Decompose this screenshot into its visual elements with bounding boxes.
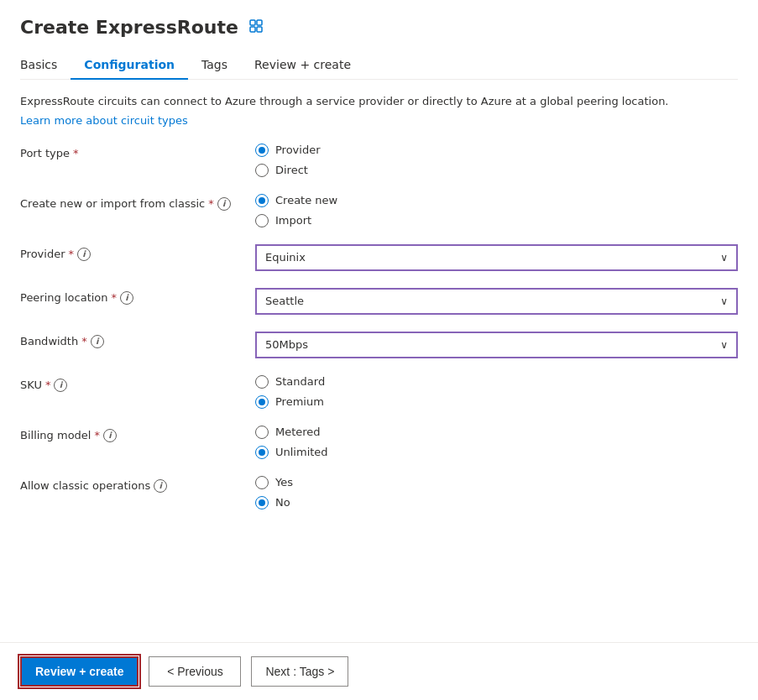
billing-unlimited-radio[interactable] xyxy=(255,446,269,459)
billing-model-control: Metered Unlimited xyxy=(255,426,738,459)
page-title: Create ExpressRoute xyxy=(20,17,238,38)
create-import-control: Create new Import xyxy=(255,194,738,227)
port-type-direct-option[interactable]: Direct xyxy=(255,164,738,177)
sku-required: * xyxy=(45,379,51,391)
export-icon[interactable] xyxy=(248,18,264,37)
info-description: ExpressRoute circuits can connect to Azu… xyxy=(20,93,738,110)
port-type-provider-radio[interactable] xyxy=(255,144,269,157)
peering-location-control: Seattle ∨ xyxy=(255,288,738,315)
allow-classic-yes-option[interactable]: Yes xyxy=(255,476,738,489)
create-import-required: * xyxy=(208,197,214,210)
tab-tags[interactable]: Tags xyxy=(188,51,241,80)
tab-basics[interactable]: Basics xyxy=(20,51,71,80)
bandwidth-required: * xyxy=(81,335,87,347)
sku-radio-group: Standard Premium xyxy=(255,375,738,409)
review-create-button[interactable]: Review + create xyxy=(20,656,139,687)
bandwidth-dropdown-wrapper: 50Mbps ∨ xyxy=(255,332,738,358)
bandwidth-control: 50Mbps ∨ xyxy=(255,332,738,358)
peering-location-dropdown-wrapper: Seattle ∨ xyxy=(255,288,738,315)
create-new-option[interactable]: Create new xyxy=(255,194,738,207)
allow-classic-yes-radio[interactable] xyxy=(255,476,269,489)
peering-location-required: * xyxy=(112,291,118,304)
sku-control: Standard Premium xyxy=(255,375,738,409)
allow-classic-row: Allow classic operations i Yes No xyxy=(20,476,738,509)
billing-metered-radio[interactable] xyxy=(255,426,269,439)
allow-classic-control: Yes No xyxy=(255,476,738,509)
allow-classic-info-icon[interactable]: i xyxy=(154,479,167,493)
sku-premium-radio[interactable] xyxy=(255,395,269,409)
sku-standard-option[interactable]: Standard xyxy=(255,375,738,389)
svg-rect-1 xyxy=(257,20,262,25)
peering-location-info-icon[interactable]: i xyxy=(120,291,133,305)
configuration-form: Port type * Provider Direct xyxy=(20,144,738,509)
peering-location-row: Peering location * i Seattle ∨ xyxy=(20,288,738,315)
billing-unlimited-option[interactable]: Unlimited xyxy=(255,446,738,459)
bandwidth-dropdown[interactable]: 50Mbps ∨ xyxy=(255,332,738,358)
provider-required: * xyxy=(69,248,75,260)
port-type-label: Port type * xyxy=(20,144,255,159)
bandwidth-row: Bandwidth * i 50Mbps ∨ xyxy=(20,332,738,358)
provider-row: Provider * i Equinix ∨ xyxy=(20,244,738,271)
provider-dropdown-wrapper: Equinix ∨ xyxy=(255,244,738,271)
svg-rect-0 xyxy=(250,20,255,25)
sku-standard-radio[interactable] xyxy=(255,375,269,389)
peering-location-chevron-icon: ∨ xyxy=(720,295,728,307)
create-import-row: Create new or import from classic * i Cr… xyxy=(20,194,738,227)
create-import-radio-group: Create new Import xyxy=(255,194,738,227)
next-button[interactable]: Next : Tags > xyxy=(251,656,348,687)
create-new-radio[interactable] xyxy=(255,194,269,207)
provider-dropdown[interactable]: Equinix ∨ xyxy=(255,244,738,271)
sku-info-icon[interactable]: i xyxy=(54,379,67,392)
sku-row: SKU * i Standard Premium xyxy=(20,375,738,409)
peering-location-label: Peering location * i xyxy=(20,288,255,305)
previous-button[interactable]: < Previous xyxy=(149,656,241,687)
port-type-required: * xyxy=(73,147,79,159)
provider-info-icon[interactable]: i xyxy=(77,248,91,261)
tab-configuration[interactable]: Configuration xyxy=(71,51,188,80)
provider-label: Provider * i xyxy=(20,244,255,261)
provider-control: Equinix ∨ xyxy=(255,244,738,271)
bandwidth-info-icon[interactable]: i xyxy=(91,335,104,348)
import-option[interactable]: Import xyxy=(255,214,738,227)
tab-review-create[interactable]: Review + create xyxy=(241,51,364,80)
sku-premium-option[interactable]: Premium xyxy=(255,395,738,409)
port-type-row: Port type * Provider Direct xyxy=(20,144,738,177)
create-import-info-icon[interactable]: i xyxy=(217,197,231,211)
allow-classic-radio-group: Yes No xyxy=(255,476,738,509)
billing-model-radio-group: Metered Unlimited xyxy=(255,426,738,459)
import-radio[interactable] xyxy=(255,214,269,227)
allow-classic-label: Allow classic operations i xyxy=(20,476,255,493)
sku-label: SKU * i xyxy=(20,375,255,392)
provider-chevron-icon: ∨ xyxy=(720,252,728,264)
peering-location-dropdown[interactable]: Seattle ∨ xyxy=(255,288,738,315)
svg-rect-3 xyxy=(257,27,262,32)
svg-rect-2 xyxy=(250,27,255,32)
footer: Review + create < Previous Next : Tags > xyxy=(0,642,758,700)
allow-classic-no-option[interactable]: No xyxy=(255,496,738,509)
create-import-label: Create new or import from classic * i xyxy=(20,194,255,211)
bandwidth-label: Bandwidth * i xyxy=(20,332,255,348)
billing-metered-option[interactable]: Metered xyxy=(255,426,738,439)
port-type-provider-option[interactable]: Provider xyxy=(255,144,738,157)
tab-bar: Basics Configuration Tags Review + creat… xyxy=(20,51,738,80)
learn-more-link[interactable]: Learn more about circuit types xyxy=(20,114,188,127)
port-type-control: Provider Direct xyxy=(255,144,738,177)
port-type-radio-group: Provider Direct xyxy=(255,144,738,177)
billing-model-info-icon[interactable]: i xyxy=(103,429,117,442)
port-type-direct-radio[interactable] xyxy=(255,164,269,177)
billing-model-row: Billing model * i Metered Unlimited xyxy=(20,426,738,459)
billing-model-required: * xyxy=(94,429,100,441)
billing-model-label: Billing model * i xyxy=(20,426,255,442)
bandwidth-chevron-icon: ∨ xyxy=(720,339,728,351)
allow-classic-no-radio[interactable] xyxy=(255,496,269,509)
